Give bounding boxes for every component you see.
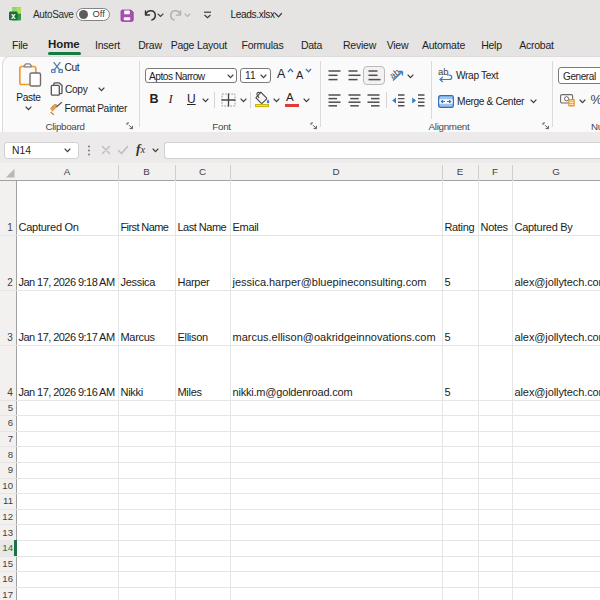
svg-text:ab: ab [438,66,449,77]
svg-text:x: x [11,12,16,21]
